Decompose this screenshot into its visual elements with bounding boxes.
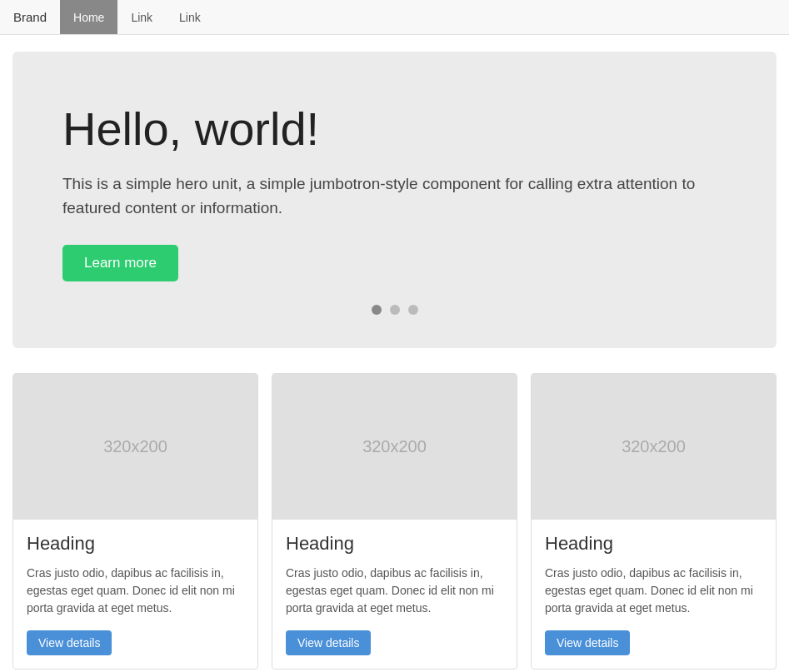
card-2-view-details-button[interactable]: View details [286, 630, 371, 655]
card-2-heading: Heading [286, 533, 503, 555]
card-1-body: Heading Cras justo odio, dapibus ac faci… [13, 520, 257, 669]
card-1-view-details-button[interactable]: View details [27, 630, 112, 655]
card-3-body: Heading Cras justo odio, dapibus ac faci… [532, 520, 776, 669]
learn-more-button[interactable]: Learn more [62, 245, 178, 281]
card-3-view-details-button[interactable]: View details [545, 630, 630, 655]
card-3-heading: Heading [545, 533, 762, 555]
card-1-heading: Heading [27, 533, 244, 555]
hero-heading: Hello, world! [62, 102, 727, 156]
nav-brand[interactable]: Brand [0, 0, 60, 34]
card-3-text: Cras justo odio, dapibus ac facilisis in… [545, 565, 762, 617]
card-2-text: Cras justo odio, dapibus ac facilisis in… [286, 565, 503, 617]
card-1-image: 320x200 [13, 374, 257, 520]
nav-link-2[interactable]: Link [166, 0, 214, 34]
hero-subtext: This is a simple hero unit, a simple jum… [62, 172, 712, 220]
card-2-image: 320x200 [272, 374, 517, 520]
carousel-dot-1[interactable] [372, 305, 382, 315]
card-3: 320x200 Heading Cras justo odio, dapibus… [531, 373, 777, 670]
nav-link-home[interactable]: Home [60, 0, 117, 34]
carousel-dot-2[interactable] [390, 305, 400, 315]
card-2-body: Heading Cras justo odio, dapibus ac faci… [272, 520, 517, 669]
carousel-dots [62, 305, 727, 315]
card-1-text: Cras justo odio, dapibus ac facilisis in… [27, 565, 244, 617]
card-2: 320x200 Heading Cras justo odio, dapibus… [272, 373, 517, 670]
card-3-image: 320x200 [532, 374, 776, 520]
navbar: Brand Home Link Link [0, 0, 789, 35]
cards-grid: 320x200 Heading Cras justo odio, dapibus… [0, 365, 789, 672]
carousel-dot-3[interactable] [408, 305, 418, 315]
card-1: 320x200 Heading Cras justo odio, dapibus… [12, 373, 258, 670]
jumbotron: Hello, world! This is a simple hero unit… [12, 52, 777, 348]
nav-link-1[interactable]: Link [117, 0, 166, 34]
